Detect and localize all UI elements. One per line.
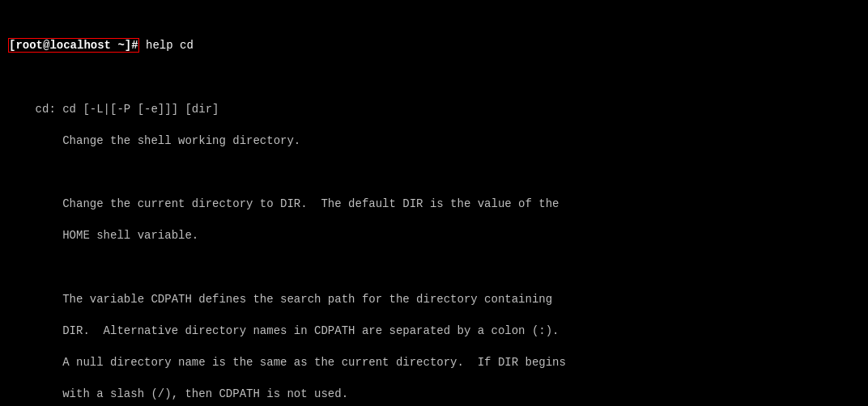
output-line-1: cd: cd [-L|[-P [-e]]] [dir] (36, 103, 219, 116)
output-line-5: The variable CDPATH defines the search p… (36, 293, 553, 306)
output-line-3: Change the current directory to DIR. The… (36, 197, 560, 210)
output-line-6: DIR. Alternative directory names in CDPA… (36, 324, 560, 337)
output-line-8: with a slash (/), then CDPATH is not use… (36, 387, 348, 400)
output-line-4: HOME shell variable. (36, 229, 199, 242)
prompt: [root@localhost ~]# (8, 38, 139, 53)
terminal-window: [root@localhost ~]# help cd cd: cd [-L|[… (8, 6, 860, 406)
output-line-2: Change the shell working directory. (36, 134, 301, 147)
output: cd: cd [-L|[-P [-e]]] [dir] Change the s… (8, 86, 860, 406)
command: help cd (139, 39, 194, 52)
output-line-7: A null directory name is the same as the… (36, 356, 566, 369)
prompt-line: [root@localhost ~]# help cd (8, 38, 860, 54)
